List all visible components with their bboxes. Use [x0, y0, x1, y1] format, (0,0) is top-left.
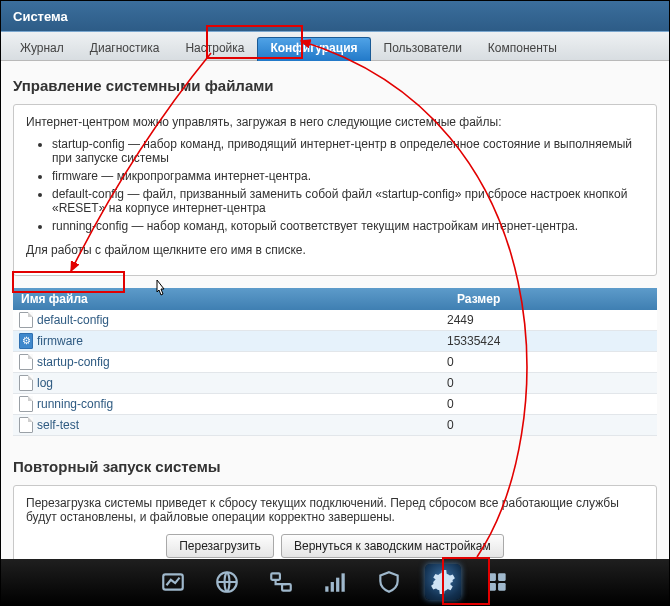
- tab-configuration[interactable]: Конфигурация: [257, 37, 370, 61]
- svg-rect-6: [336, 578, 339, 592]
- file-size: 15335424: [439, 334, 657, 348]
- table-row[interactable]: running-config 0: [13, 394, 657, 415]
- system-gear-icon[interactable]: [425, 564, 461, 600]
- files-footer: Для работы с файлом щелкните его имя в с…: [26, 243, 644, 257]
- svg-rect-5: [331, 582, 334, 592]
- gear-icon: [19, 333, 33, 349]
- table-row[interactable]: default-config 2449: [13, 310, 657, 331]
- svg-rect-9: [498, 573, 506, 581]
- bullet-default: default-config — файл, призванный замени…: [52, 187, 644, 215]
- tab-components[interactable]: Компоненты: [475, 37, 570, 61]
- file-size: 0: [439, 376, 657, 390]
- svg-rect-10: [488, 583, 496, 591]
- file-icon: [19, 375, 33, 391]
- table-row[interactable]: startup-config 0: [13, 352, 657, 373]
- section-title-reboot: Повторный запуск системы: [13, 458, 657, 475]
- panel-reboot: Перезагрузка системы приведет к сбросу т…: [13, 485, 657, 569]
- bullet-running: running-config — набор команд, который с…: [52, 219, 644, 233]
- taskbar: [1, 559, 669, 605]
- table-row-firmware[interactable]: firmware 15335424: [13, 331, 657, 352]
- app-header: Система: [1, 1, 669, 32]
- shield-icon[interactable]: [371, 564, 407, 600]
- content: Управление системными файлами Интернет-ц…: [1, 61, 669, 591]
- file-name: running-config: [37, 397, 113, 411]
- svg-rect-4: [325, 586, 328, 591]
- reboot-text: Перезагрузка системы приведет к сбросу т…: [26, 496, 644, 524]
- svg-rect-2: [271, 573, 280, 580]
- app-root: Система Журнал Диагностика Настройка Кон…: [0, 0, 670, 606]
- file-icon: [19, 396, 33, 412]
- svg-rect-7: [342, 573, 345, 591]
- file-table-body: default-config 2449 firmware 15335424 st…: [13, 310, 657, 436]
- file-name: self-test: [37, 418, 79, 432]
- file-table-head: Имя файла Размер: [13, 288, 657, 310]
- factory-reset-button[interactable]: Вернуться к заводским настройкам: [281, 534, 504, 558]
- files-bullets: startup-config — набор команд, приводящи…: [26, 137, 644, 233]
- network-icon[interactable]: [263, 564, 299, 600]
- file-name: default-config: [37, 313, 109, 327]
- section-title-files: Управление системными файлами: [13, 77, 657, 94]
- file-icon: [19, 354, 33, 370]
- tab-users[interactable]: Пользователи: [371, 37, 475, 61]
- file-size: 2449: [439, 313, 657, 327]
- app-title: Система: [13, 9, 68, 24]
- table-row[interactable]: log 0: [13, 373, 657, 394]
- file-icon: [19, 312, 33, 328]
- file-size: 0: [439, 418, 657, 432]
- globe-icon[interactable]: [209, 564, 245, 600]
- file-name: log: [37, 376, 53, 390]
- file-name: firmware: [37, 334, 83, 348]
- tab-journal[interactable]: Журнал: [7, 37, 77, 61]
- tab-diagnostics[interactable]: Диагностика: [77, 37, 173, 61]
- dashboard-icon[interactable]: [155, 564, 191, 600]
- tab-bar: Журнал Диагностика Настройка Конфигураци…: [1, 32, 669, 61]
- tab-settings[interactable]: Настройка: [172, 37, 257, 61]
- table-row[interactable]: self-test 0: [13, 415, 657, 436]
- panel-files-desc: Интернет-центром можно управлять, загруж…: [13, 104, 657, 276]
- file-icon: [19, 417, 33, 433]
- reboot-button[interactable]: Перезагрузить: [166, 534, 273, 558]
- bullet-startup: startup-config — набор команд, приводящи…: [52, 137, 644, 165]
- files-intro: Интернет-центром можно управлять, загруж…: [26, 115, 644, 129]
- file-size: 0: [439, 397, 657, 411]
- apps-grid-icon[interactable]: [479, 564, 515, 600]
- svg-rect-11: [498, 583, 506, 591]
- file-name: startup-config: [37, 355, 110, 369]
- signal-icon[interactable]: [317, 564, 353, 600]
- file-size: 0: [439, 355, 657, 369]
- bullet-firmware: firmware — микропрограмма интернет-центр…: [52, 169, 644, 183]
- th-size: Размер: [449, 288, 657, 310]
- svg-rect-8: [488, 573, 496, 581]
- th-name: Имя файла: [13, 288, 449, 310]
